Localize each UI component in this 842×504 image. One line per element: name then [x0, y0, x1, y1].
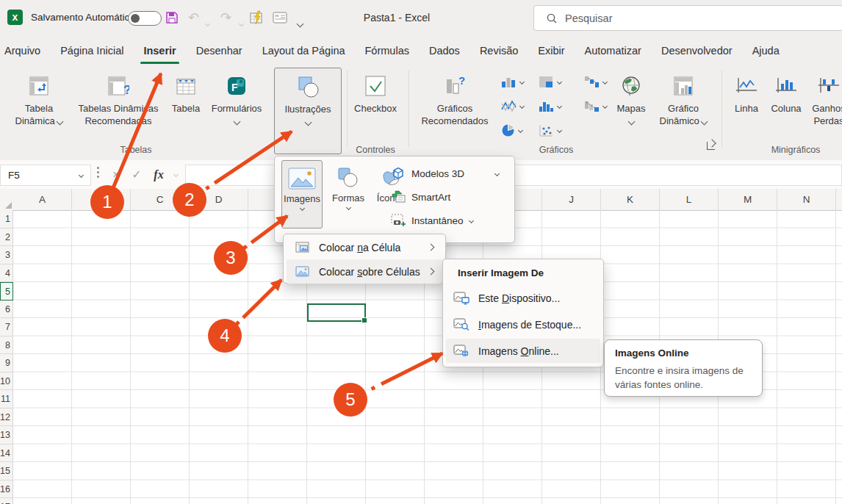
column-header-C[interactable]: C [131, 189, 190, 210]
forms-button[interactable]: F Formulários [206, 68, 267, 154]
insert-column-chart-button[interactable] [501, 73, 524, 90]
sparkline-column-icon [775, 73, 797, 99]
tab-formulas[interactable]: Fórmulas [365, 35, 409, 66]
tab-pagina-inicial[interactable]: Página Inicial [60, 35, 123, 66]
row-header-7[interactable]: 7 [0, 318, 13, 336]
enter-icon[interactable]: ✓ [128, 165, 145, 184]
column-header-B[interactable]: B [72, 189, 131, 210]
column-header-A[interactable]: A [13, 189, 72, 210]
combo-chart-icon [584, 100, 600, 112]
formas-button[interactable]: Formas [328, 160, 369, 228]
row-header-13[interactable]: 13 [0, 426, 13, 444]
insert-line-chart-button[interactable] [501, 98, 524, 114]
formula-bar-grip[interactable] [97, 171, 99, 173]
undo-chevron-icon[interactable] [206, 15, 209, 32]
illustrations-button[interactable]: Ilustrações [274, 68, 342, 154]
name-box[interactable]: F5 [0, 165, 91, 186]
row-header-16[interactable]: 16 [0, 480, 13, 499]
insert-combo-chart-button[interactable] [584, 98, 607, 114]
charts-dialog-launcher[interactable] [707, 142, 715, 150]
dropdown-chevron-icon [494, 170, 500, 176]
row-header-10[interactable]: 10 [0, 372, 13, 391]
autosave-toggle[interactable] [128, 11, 162, 26]
insert-pie-chart-button[interactable] [501, 122, 522, 138]
search-placeholder: Pesquisar [565, 12, 612, 24]
column-header-D[interactable]: D [190, 189, 248, 210]
row-header-12[interactable]: 12 [0, 408, 13, 427]
selected-cell-F5[interactable] [307, 303, 366, 322]
sparkline-winloss-button[interactable]: Ganhos Perdas [807, 68, 842, 154]
column-header-N[interactable]: N [777, 189, 836, 210]
row-header-3[interactable]: 3 [0, 246, 13, 264]
smartart-item[interactable]: SmartArt [391, 187, 450, 206]
redo-chevron-icon[interactable] [240, 15, 243, 32]
sparkline-line-button[interactable]: Linha [729, 68, 764, 154]
tooltip-body: Encontre e insira imagens de várias font… [615, 364, 752, 392]
tab-revisao[interactable]: Revisão [480, 35, 518, 66]
fx-chevron-icon[interactable] [170, 165, 181, 184]
quick-analysis-icon[interactable] [248, 9, 265, 26]
column-header-M[interactable]: M [719, 189, 777, 210]
tab-ajuda[interactable]: Ajuda [752, 35, 780, 66]
dropdown-chevron-icon [345, 205, 350, 210]
tab-dados[interactable]: Dados [429, 35, 460, 66]
tab-desenhar[interactable]: Desenhar [196, 35, 242, 66]
insert-waterfall-chart-button[interactable] [584, 73, 607, 90]
undo-icon[interactable]: ↶ [188, 9, 199, 26]
imagens-button[interactable]: Imagens [281, 160, 323, 228]
row-header-8[interactable]: 8 [0, 336, 13, 355]
row-header-17[interactable]: 17 [0, 498, 13, 504]
column-header-J[interactable]: J [542, 189, 601, 210]
recommended-charts-button[interactable]: ? Gráficos Recomendados [416, 68, 494, 154]
row-header-14[interactable]: 14 [0, 444, 13, 463]
group-label-minigraficos: Minigráficos [759, 145, 832, 155]
tab-arquivo[interactable]: Arquivo [4, 35, 40, 66]
table-button[interactable]: Tabela [168, 68, 204, 154]
insert-function-icon[interactable]: fx [150, 165, 168, 184]
row-header-11[interactable]: 11 [0, 390, 13, 408]
online-images-item[interactable]: Imagens Online... [446, 339, 600, 363]
row-header-2[interactable]: 2 [0, 228, 13, 247]
row-header-6[interactable]: 6 [0, 300, 13, 319]
tab-layout-da-pagina[interactable]: Layout da Página [262, 35, 345, 66]
dropdown-chevron-icon [518, 127, 523, 132]
recommended-pivot-tables-button[interactable]: ? Tabelas Dinâmicas Recomendadas [71, 68, 166, 154]
maps-button[interactable]: Mapas [614, 68, 648, 154]
pivot-table-button[interactable]: Tabela Dinâmica [9, 68, 69, 154]
modelos-3d-item[interactable]: Modelos 3D [391, 164, 499, 183]
place-in-cell-item[interactable]: Colocar na Célula [287, 235, 442, 259]
select-all-corner[interactable] [0, 189, 14, 211]
tab-desenvolvedor[interactable]: Desenvolvedor [661, 35, 733, 66]
redo-icon[interactable]: ↷ [220, 9, 231, 26]
tab-exibir[interactable]: Exibir [538, 35, 564, 66]
column-header-K[interactable]: K [601, 189, 660, 210]
save-icon[interactable] [165, 9, 179, 26]
sparkline-column-button[interactable]: Coluna [767, 68, 805, 154]
row-header-9[interactable]: 9 [0, 354, 13, 372]
toolbar-options-chevron-icon[interactable] [298, 15, 303, 32]
this-device-item[interactable]: Este Dispositivo... [446, 286, 600, 310]
instantaneo-item[interactable]: Instantâneo [391, 211, 473, 230]
excel-logo-icon[interactable]: x [7, 10, 23, 25]
cancel-icon[interactable]: × [107, 165, 125, 184]
fill-handle[interactable] [361, 317, 367, 323]
tab-automatizar[interactable]: Automatizar [585, 35, 641, 66]
hierarchy-chart-icon [539, 76, 554, 88]
row-header-5[interactable]: 5 [0, 282, 13, 300]
insert-histogram-chart-button[interactable] [539, 98, 561, 114]
insert-hierarchy-chart-button[interactable] [539, 73, 561, 90]
table-icon [175, 73, 197, 99]
pivot-chart-button[interactable]: Gráfico Dinâmico [654, 68, 713, 154]
search-box[interactable]: Pesquisar [533, 5, 842, 31]
checkbox-button[interactable]: Checkbox [351, 68, 400, 154]
dropdown-chevron-icon [519, 79, 525, 84]
column-header-L[interactable]: L [660, 189, 719, 210]
place-over-cells-item[interactable]: Colocar sobre Células [287, 259, 442, 284]
row-header-15[interactable]: 15 [0, 462, 13, 480]
stock-images-item[interactable]: Imagens de Estoque... [446, 312, 600, 336]
insert-scatter-chart-button[interactable] [539, 122, 561, 138]
form-view-icon[interactable] [272, 9, 288, 26]
row-header-1[interactable]: 1 [0, 210, 13, 228]
row-header-4[interactable]: 4 [0, 264, 13, 283]
tab-inserir[interactable]: Inserir [143, 35, 176, 66]
